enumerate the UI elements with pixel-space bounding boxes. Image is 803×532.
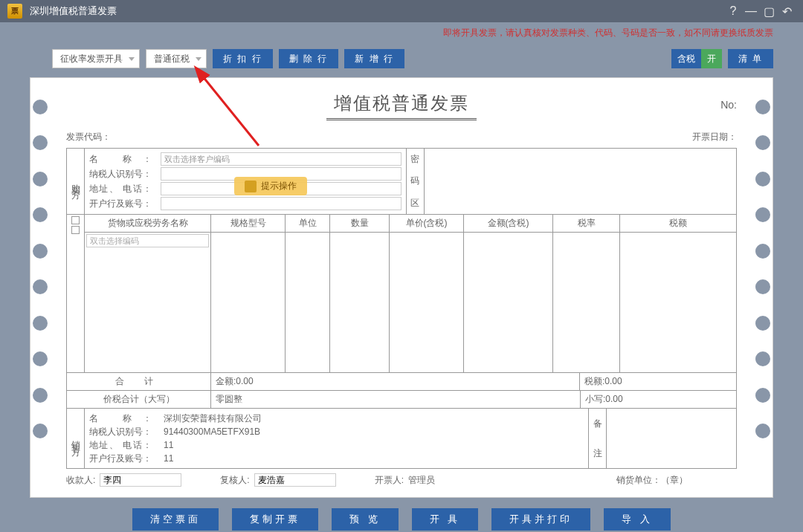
tax-type-dropdown[interactable]: 普通征税 (146, 49, 207, 68)
hint-icon (245, 181, 257, 192)
maximize-icon[interactable]: ▢ (760, 4, 778, 19)
tax-inclusive-toggle[interactable]: 含税 开 (671, 49, 722, 68)
toolbar: 征收率发票开具 普通征税 折 扣 行 删 除 行 新 增 行 含税 开 清 单 (0, 40, 803, 77)
buyer-taxid-label: 纳税人识别号 (89, 168, 158, 181)
row-checkbox[interactable] (71, 226, 80, 234)
tax-toggle-state: 开 (701, 49, 722, 68)
invoice-title: 增值税普通发票 (326, 91, 477, 120)
items-body: 双击选择编码 (85, 233, 736, 372)
issue-date-label: 开票日期： (692, 131, 737, 143)
password-area-label: 密 码 区 (406, 149, 424, 214)
item-name-input[interactable]: 双击选择编码 (86, 234, 209, 247)
copy-issue-button[interactable]: 复制开票 (232, 508, 318, 531)
back-icon[interactable]: ↶ (778, 4, 796, 19)
payee-input[interactable] (100, 473, 181, 487)
seller-addr: 11 (161, 440, 584, 450)
invoice-sheet: 增值税普通发票 No: 发票代码： 开票日期： 购买方 名 称 双击选择客户编码… (30, 77, 773, 498)
seller-section-label: 销售方 (67, 409, 85, 468)
add-row-button[interactable]: 新 增 行 (344, 49, 404, 68)
minimize-icon[interactable]: — (742, 4, 760, 18)
footer-line: 收款人: 复核人: 开票人: 管理员 销货单位：（章） (66, 469, 737, 487)
seller-bank: 11 (161, 453, 584, 464)
buyer-addr-label: 地址、 电话 (89, 183, 158, 195)
invoice-number-label: No: (720, 99, 737, 111)
invoice-frame: 购买方 名 称 双击选择客户编码 纳税人识别号 地址、 电话 (66, 148, 737, 469)
discount-row-button[interactable]: 折 扣 行 (213, 49, 273, 68)
import-button[interactable]: 导 入 (604, 508, 671, 531)
row-checkbox-column (67, 215, 85, 372)
buyer-bank-label: 开户行及账号 (89, 198, 158, 210)
warning-text: 即将开具发票，请认真核对发票种类、代码、号码是否一致，如不同请更换纸质发票 (0, 22, 803, 40)
app-logo: 票 (7, 4, 22, 19)
preview-button[interactable]: 预 览 (332, 508, 399, 531)
title-bar: 票 深圳增值税普通发票 ? — ▢ ↶ (0, 0, 803, 22)
hint-tooltip: 提示操作 (234, 177, 307, 195)
totals-row: 合 计 金额:0.00 税额:0.00 (67, 372, 736, 390)
row-checkbox[interactable] (71, 216, 80, 224)
seller-taxid: 91440300MA5ETFX91B (161, 426, 584, 437)
issuer-name: 管理员 (408, 474, 435, 487)
buyer-name-input[interactable]: 双击选择客户编码 (161, 152, 402, 166)
reviewer-input[interactable] (254, 473, 336, 487)
delete-row-button[interactable]: 删 除 行 (279, 49, 339, 68)
remark-area[interactable] (606, 409, 736, 468)
list-button[interactable]: 清 单 (728, 49, 773, 68)
buyer-name-label: 名 称 (89, 153, 158, 166)
window-title: 深圳增值税普通发票 (30, 4, 117, 18)
seller-name: 深圳安荣普科技有限公司 (161, 412, 584, 425)
invoice-code-label: 发票代码： (66, 131, 111, 143)
help-icon[interactable]: ? (724, 4, 742, 18)
seller-seal-label: 销货单位：（章） (616, 474, 688, 487)
clear-button[interactable]: 清空票面 (132, 508, 219, 531)
remark-label: 备 注 (588, 409, 606, 468)
issue-print-button[interactable]: 开具并打印 (491, 508, 590, 531)
issue-button[interactable]: 开 具 (412, 508, 479, 531)
perforation-left (25, 85, 55, 453)
items-header: 货物或应税劳务名称 规格型号 单位 数量 单价(含税) 金额(含税) 税率 税额 (85, 215, 736, 233)
perforation-right (748, 85, 778, 453)
bottom-button-bar: 清空票面 复制开票 预 览 开 具 开具并打印 导 入 (0, 498, 803, 532)
tax-toggle-label: 含税 (671, 49, 701, 68)
buyer-bank-input[interactable] (161, 197, 402, 210)
buyer-section-label: 购买方 (67, 149, 85, 214)
levy-rate-dropdown[interactable]: 征收率发票开具 (52, 49, 140, 68)
price-tax-total-row: 价税合计（大写） 零圆整 小写:0.00 (67, 390, 736, 408)
password-area (424, 149, 737, 214)
